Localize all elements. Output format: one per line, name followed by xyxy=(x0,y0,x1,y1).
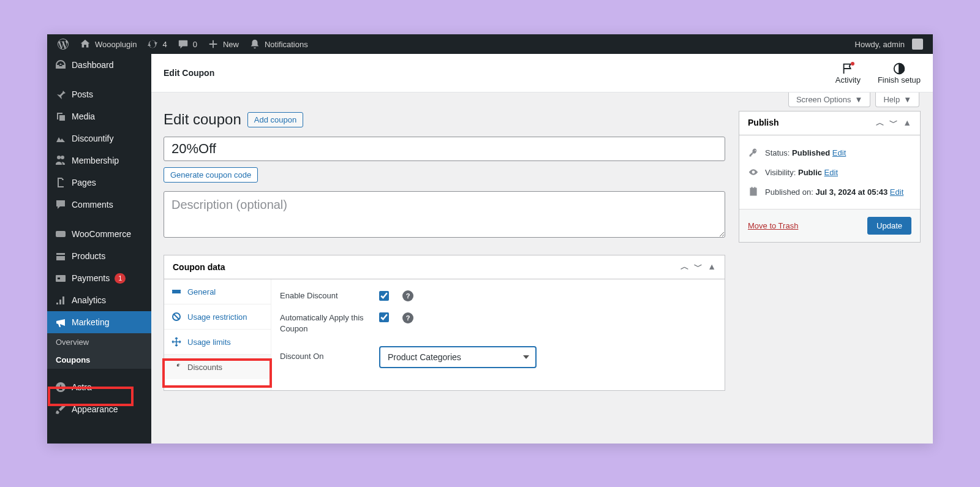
payments-icon xyxy=(55,272,67,284)
ticket-icon xyxy=(172,287,181,296)
sidebar-item-media[interactable]: Media xyxy=(47,105,151,127)
media-icon xyxy=(55,110,67,123)
plus-icon xyxy=(207,38,219,50)
products-icon xyxy=(55,250,67,262)
screen-options-button[interactable]: Screen Options ▼ xyxy=(788,92,870,107)
site-name[interactable]: Woooplugin xyxy=(74,34,141,54)
auto-apply-checkbox[interactable] xyxy=(379,312,389,322)
megaphone-icon xyxy=(55,316,67,328)
sidebar-item-marketing[interactable]: Marketing xyxy=(47,311,151,333)
auto-apply-label: Automatically Apply this Coupon xyxy=(280,312,366,334)
tab-usage-restriction[interactable]: Usage restriction xyxy=(164,304,271,330)
coupon-title-input[interactable] xyxy=(164,137,725,161)
sidebar-item-woocommerce[interactable]: WooCommerce xyxy=(47,223,151,245)
published-edit-link[interactable]: Edit xyxy=(890,187,903,197)
update-button[interactable]: Update xyxy=(867,217,911,235)
sidebar-item-comments[interactable]: Comments xyxy=(47,194,151,216)
sidebar-label: Payments xyxy=(72,273,110,283)
triangle-up-icon[interactable]: ▲ xyxy=(707,262,716,273)
visibility-value: Public xyxy=(798,168,822,177)
sidebar-item-payments[interactable]: Payments 1 xyxy=(47,267,151,289)
help-icon[interactable]: ? xyxy=(402,312,413,323)
avatar-icon xyxy=(912,39,923,50)
brush-icon xyxy=(55,403,67,415)
admin-bar: Woooplugin 4 0 New xyxy=(47,34,933,54)
updates[interactable]: 4 xyxy=(141,34,172,54)
publish-title: Publish xyxy=(748,118,779,129)
chevron-up-icon[interactable]: ︿ xyxy=(680,262,689,273)
sidebar-item-posts[interactable]: Posts xyxy=(47,83,151,105)
finish-label: Finish setup xyxy=(878,75,921,85)
activity-action[interactable]: Activity xyxy=(835,62,861,85)
move-to-trash-link[interactable]: Move to Trash xyxy=(748,221,798,230)
comments[interactable]: 0 xyxy=(172,34,202,54)
comments-count: 0 xyxy=(193,40,197,49)
sidebar-label: Pages xyxy=(72,178,96,187)
publish-box: Publish ︿ ﹀ ▲ Status: xyxy=(739,111,921,243)
help-label: Help xyxy=(883,95,900,104)
notifications[interactable]: Notifications xyxy=(244,34,313,54)
chevron-down-icon[interactable]: ﹀ xyxy=(694,262,703,273)
wrench-icon xyxy=(172,362,181,372)
finish-setup-action[interactable]: Finish setup xyxy=(878,62,921,85)
astra-icon xyxy=(55,381,67,393)
sidebar-sub-overview[interactable]: Overview xyxy=(47,333,151,351)
page-topbar: Edit Coupon Activity Finish setup xyxy=(151,54,933,92)
sidebar-item-astra[interactable]: Astra xyxy=(47,376,151,398)
sidebar-item-dashboard[interactable]: Dashboard xyxy=(47,54,151,76)
enable-discount-checkbox[interactable] xyxy=(379,291,389,301)
generate-code-button[interactable]: Generate coupon code xyxy=(164,167,258,183)
user-greeting[interactable]: Howdy, admin xyxy=(850,34,928,54)
triangle-up-icon[interactable]: ▲ xyxy=(903,118,911,129)
discount-on-select[interactable]: Product Categories xyxy=(379,346,537,368)
chevron-down-icon[interactable]: ﹀ xyxy=(889,118,898,129)
sidebar-item-products[interactable]: Products xyxy=(47,245,151,267)
sidebar-item-pages[interactable]: Pages xyxy=(47,172,151,194)
new-content[interactable]: New xyxy=(202,34,244,54)
status-edit-link[interactable]: Edit xyxy=(832,148,846,157)
published-label: Published on: xyxy=(765,187,813,197)
sidebar-label: Membership xyxy=(72,156,119,165)
flag-icon xyxy=(840,62,855,75)
sidebar-item-discountify[interactable]: Discountify xyxy=(47,127,151,149)
admin-sidebar: Dashboard Posts Media Discountify Member… xyxy=(47,54,151,444)
new-label: New xyxy=(223,40,239,49)
sidebar-item-analytics[interactable]: Analytics xyxy=(47,289,151,311)
publish-status-row: Status: Published Edit xyxy=(748,143,911,162)
tab-discounts[interactable]: Discounts xyxy=(164,355,271,379)
coupon-data-title: Coupon data xyxy=(173,262,225,272)
visibility-edit-link[interactable]: Edit xyxy=(824,168,838,177)
publish-date-row: Published on: Jul 3, 2024 at 05:43 Edit xyxy=(748,182,911,202)
sidebar-label: Astra xyxy=(72,382,92,392)
sidebar-item-appearance[interactable]: Appearance xyxy=(47,398,151,420)
status-value: Published xyxy=(792,148,830,157)
sidebar-item-membership[interactable]: Membership xyxy=(47,149,151,172)
chevron-up-icon[interactable]: ︿ xyxy=(876,118,884,129)
update-icon xyxy=(146,38,159,50)
page-topbar-heading: Edit Coupon xyxy=(164,68,214,78)
pages-icon xyxy=(55,176,67,189)
tab-label: Discounts xyxy=(187,363,222,372)
circle-half-icon xyxy=(892,62,907,75)
comment-icon xyxy=(55,198,67,211)
sidebar-label: Appearance xyxy=(72,404,118,414)
sidebar-label: Dashboard xyxy=(72,60,114,70)
coupon-tabs: General Usage restriction Usage limits xyxy=(164,279,271,390)
bell-icon xyxy=(249,38,261,50)
coupon-description-input[interactable] xyxy=(164,191,725,238)
pin-icon xyxy=(55,88,67,100)
svg-rect-1 xyxy=(56,275,66,282)
calendar-icon xyxy=(748,187,759,197)
help-icon[interactable]: ? xyxy=(402,290,413,301)
tab-general[interactable]: General xyxy=(164,279,271,304)
tab-label: Usage limits xyxy=(187,338,231,347)
coupon-data-box: Coupon data ︿ ﹀ ▲ General xyxy=(164,255,725,391)
published-value: Jul 3, 2024 at 05:43 xyxy=(815,187,888,197)
sidebar-sub-coupons[interactable]: Coupons xyxy=(47,351,151,369)
wp-logo[interactable] xyxy=(52,34,74,54)
home-icon xyxy=(79,38,91,50)
add-coupon-button[interactable]: Add coupon xyxy=(247,112,303,127)
sidebar-label: Marketing xyxy=(72,317,109,327)
tab-usage-limits[interactable]: Usage limits xyxy=(164,330,271,355)
help-button[interactable]: Help ▼ xyxy=(875,92,919,107)
